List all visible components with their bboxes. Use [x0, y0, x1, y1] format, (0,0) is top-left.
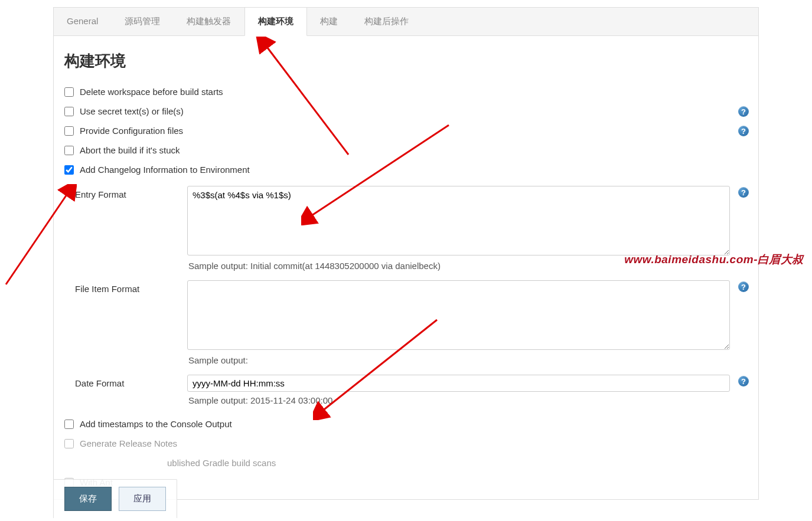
- watermark-text: www.baimeidashu.com-白眉大叔: [624, 252, 804, 267]
- row-date-format: Date Format Sample output: 2015-11-24 03…: [75, 371, 751, 411]
- options-area: Delete workspace before build starts Use…: [54, 82, 758, 499]
- tab-bar: General 源码管理 构建触发器 构建环境 构建 构建后操作: [54, 8, 758, 36]
- option-provide-config: Provide Configuration files ?: [61, 121, 751, 140]
- checkbox-add-changelog[interactable]: [64, 165, 74, 175]
- checkbox-add-timestamps[interactable]: [64, 420, 74, 429]
- label-provide-config: Provide Configuration files: [80, 126, 183, 136]
- button-bar: 保存 应用: [53, 479, 177, 500]
- checkbox-use-secret[interactable]: [64, 107, 74, 116]
- tab-post-build[interactable]: 构建后操作: [351, 8, 422, 35]
- label-file-item-format: File Item Format: [75, 280, 187, 294]
- save-button[interactable]: 保存: [64, 487, 112, 500]
- sample-date-format: Sample output: 2015-11-24 03:00:00: [187, 392, 730, 408]
- tab-build[interactable]: 构建: [307, 8, 351, 35]
- label-use-secret: Use secret text(s) or file(s): [80, 106, 184, 116]
- section-title: 构建环境: [54, 36, 758, 82]
- checkbox-delete-workspace[interactable]: [64, 87, 74, 97]
- label-entry-format: Entry Format: [75, 186, 187, 199]
- label-abort-stuck: Abort the build if it's stuck: [80, 145, 180, 155]
- label-gradle-scans: ublished Gradle build scans: [167, 458, 276, 468]
- label-date-format: Date Format: [75, 375, 187, 388]
- label-add-timestamps: Add timestamps to the Console Output: [80, 419, 232, 429]
- tab-build-env[interactable]: 构建环境: [244, 8, 307, 36]
- sample-file-item-format: Sample output:: [187, 352, 730, 368]
- option-generate-release: Generate Release Notes: [61, 434, 751, 453]
- checkbox-provide-config[interactable]: [64, 126, 74, 136]
- changelog-subsection: Entry Format Sample output: Initial comm…: [61, 179, 751, 414]
- help-icon[interactable]: ?: [738, 376, 749, 386]
- option-delete-workspace: Delete workspace before build starts: [61, 82, 751, 101]
- option-abort-stuck: Abort the build if it's stuck: [61, 140, 751, 160]
- option-gradle-scans: ublished Gradle build scans: [61, 453, 751, 473]
- label-add-changelog: Add Changelog Information to Environment: [80, 165, 250, 175]
- help-icon[interactable]: ?: [738, 187, 749, 198]
- tab-scm[interactable]: 源码管理: [112, 8, 174, 35]
- option-use-secret: Use secret text(s) or file(s) ?: [61, 101, 751, 121]
- help-icon[interactable]: ?: [738, 281, 749, 292]
- row-file-item-format: File Item Format Sample output: ?: [75, 277, 751, 371]
- tab-general[interactable]: General: [54, 8, 112, 35]
- label-generate-release: Generate Release Notes: [80, 438, 177, 448]
- label-delete-workspace: Delete workspace before build starts: [80, 87, 223, 97]
- checkbox-abort-stuck[interactable]: [64, 146, 74, 155]
- option-add-timestamps: Add timestamps to the Console Output: [61, 414, 751, 434]
- textarea-file-item-format[interactable]: [187, 280, 730, 350]
- option-add-changelog: Add Changelog Information to Environment: [61, 160, 751, 179]
- apply-button[interactable]: 应用: [119, 487, 166, 500]
- help-icon[interactable]: ?: [738, 126, 749, 136]
- textarea-entry-format[interactable]: [187, 186, 730, 255]
- help-icon[interactable]: ?: [738, 106, 749, 117]
- checkbox-generate-release[interactable]: [64, 439, 74, 448]
- tab-triggers[interactable]: 构建触发器: [174, 8, 244, 35]
- input-date-format[interactable]: [187, 375, 730, 392]
